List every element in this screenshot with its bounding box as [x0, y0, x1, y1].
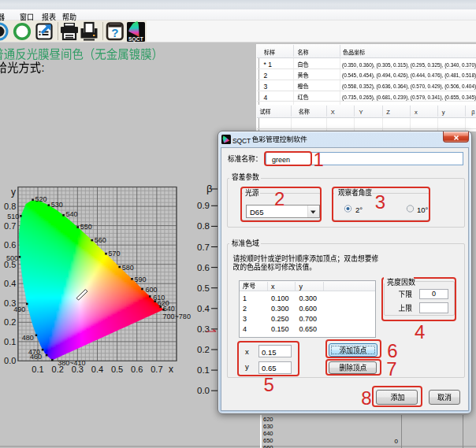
- svg-text:3: 3: [375, 191, 385, 213]
- svg-text:7: 7: [386, 358, 396, 380]
- svg-text:1: 1: [314, 149, 324, 170]
- svg-text:8: 8: [361, 387, 371, 409]
- svg-text:2: 2: [274, 188, 284, 209]
- svg-text:4: 4: [415, 321, 425, 342]
- svg-text:5: 5: [264, 374, 274, 395]
